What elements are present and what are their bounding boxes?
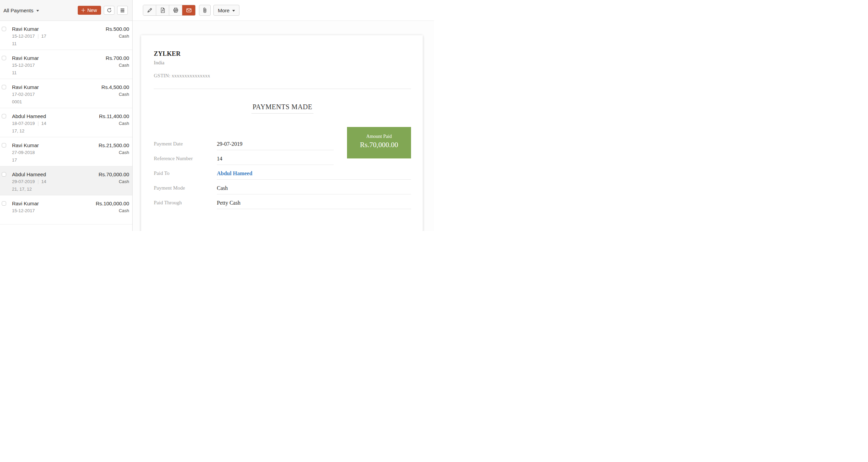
payee-name: Ravi Kumar <box>12 142 39 149</box>
payments-sidebar: All Payments New <box>0 0 133 231</box>
bill-numbers: 21, 17, 12 <box>12 187 129 192</box>
more-button[interactable]: More <box>213 5 239 16</box>
pdf-file-icon <box>160 7 166 13</box>
payment-mode: Cash <box>119 63 129 68</box>
payee-name: Abdul Hameed <box>12 113 46 119</box>
payee-name: Ravi Kumar <box>12 200 39 207</box>
pdf-button[interactable] <box>156 5 169 15</box>
row-checkbox[interactable] <box>2 85 6 89</box>
payment-ref: 14 <box>41 121 46 126</box>
bill-numbers: 17, 12 <box>12 128 129 134</box>
payment-amount: Rs.500.00 <box>106 26 129 32</box>
row-checkbox[interactable] <box>2 201 6 206</box>
divider <box>38 180 38 184</box>
payment-amount: Rs.4,500.00 <box>101 84 129 90</box>
payments-filter-label: All Payments <box>3 8 34 13</box>
document-title: PAYMENTS MADE <box>251 103 313 114</box>
payment-mode: Cash <box>119 150 129 155</box>
row-checkbox[interactable] <box>2 172 6 177</box>
paperclip-icon <box>202 7 208 13</box>
field-label: Paid Through <box>154 200 217 206</box>
payment-mode: Cash <box>119 34 129 39</box>
row-checkbox[interactable] <box>2 27 6 31</box>
payment-amount: Rs.21,500.00 <box>99 142 129 149</box>
refresh-button[interactable] <box>104 6 114 15</box>
payment-list-item[interactable]: Ravi Kumar Rs.700.00 15-12-2017 Cash 11 <box>0 50 132 79</box>
document-canvas: Amount Paid Rs.70,000.00 ZYLKER India GS… <box>133 21 434 231</box>
company-name: ZYLKER <box>154 50 411 57</box>
attach-file-button[interactable] <box>199 5 211 16</box>
payment-amount: Rs.11,400.00 <box>99 113 129 119</box>
field-value: 29-07-2019 <box>217 141 334 150</box>
payment-ref: 17 <box>41 34 46 39</box>
payment-amount: Rs.700.00 <box>106 55 129 61</box>
printer-icon <box>173 7 179 13</box>
field-row-paid-to: Paid To Abdul Hameed <box>154 170 411 180</box>
payment-document: Amount Paid Rs.70,000.00 ZYLKER India GS… <box>141 35 423 231</box>
payment-amount: Rs.100,000.00 <box>96 200 129 207</box>
print-button[interactable] <box>169 5 182 15</box>
field-row-payment-mode: Payment Mode Cash <box>154 185 411 194</box>
sidebar-actions: New <box>78 6 128 15</box>
chevron-down-icon <box>232 10 235 12</box>
amount-paid-value: Rs.70,000.00 <box>347 141 411 149</box>
payee-name: Abdul Hameed <box>12 171 46 178</box>
header-divider <box>154 89 411 89</box>
payment-mode: Cash <box>119 121 129 126</box>
payment-list-item[interactable]: Ravi Kumar Rs.100,000.00 15-12-2017 Cash <box>0 195 132 224</box>
payment-list-item-selected[interactable]: Abdul Hameed Rs.70,000.00 29-07-2019 14 … <box>0 166 132 195</box>
payment-list-item[interactable]: Ravi Kumar Rs.21,500.00 27-09-2018 Cash … <box>0 137 132 166</box>
bill-numbers: 0001 <box>12 99 129 105</box>
more-button-label: More <box>218 8 230 13</box>
field-label: Paid To <box>154 170 217 177</box>
payment-date: 18-07-2019 <box>12 121 35 126</box>
field-label: Payment Mode <box>154 185 217 191</box>
payment-mode: Cash <box>119 208 129 214</box>
bill-numbers: 17 <box>12 157 129 163</box>
payee-name: Ravi Kumar <box>12 26 39 32</box>
company-country: India <box>154 60 411 66</box>
payment-date: 27-09-2018 <box>12 150 35 155</box>
bill-numbers: 11 <box>12 41 129 47</box>
payment-list-item[interactable]: Abdul Hameed Rs.11,400.00 18-07-2019 14 … <box>0 108 132 137</box>
payment-list-item[interactable]: Ravi Kumar Rs.500.00 15-12-2017 17 Cash … <box>0 21 132 50</box>
row-checkbox[interactable] <box>2 143 6 147</box>
payment-date: 17-02-2017 <box>12 92 35 97</box>
company-gstin: GSTIN: xxxxxxxxxxxxxxx <box>154 73 411 79</box>
payment-date: 29-07-2019 <box>12 179 35 184</box>
row-checkbox[interactable] <box>2 56 6 60</box>
edit-button[interactable] <box>143 5 156 15</box>
payment-date: 15-12-2017 <box>12 63 35 68</box>
field-label: Payment Date <box>154 141 217 147</box>
plus-icon <box>81 8 86 13</box>
row-checkbox[interactable] <box>2 114 6 118</box>
payments-filter-dropdown[interactable]: All Payments <box>3 8 39 13</box>
payment-detail-panel: More Amount Paid Rs.70,000.00 ZYLKER Ind… <box>133 0 434 231</box>
mail-icon <box>186 7 192 13</box>
field-value: Cash <box>217 185 411 194</box>
paid-to-link[interactable]: Abdul Hameed <box>217 170 411 180</box>
divider <box>38 34 38 39</box>
field-value: 14 <box>217 155 334 165</box>
new-button-label: New <box>87 8 97 13</box>
detail-toolbar: More <box>133 0 434 21</box>
payments-list: Ravi Kumar Rs.500.00 15-12-2017 17 Cash … <box>0 21 132 231</box>
amount-paid-box: Amount Paid Rs.70,000.00 <box>347 127 411 158</box>
pencil-icon <box>147 7 153 13</box>
bill-numbers: 11 <box>12 70 129 76</box>
chevron-down-icon <box>36 10 39 12</box>
refresh-icon <box>107 8 112 13</box>
payment-list-item[interactable]: Ravi Kumar Rs.4,500.00 17-02-2017 Cash 0… <box>0 79 132 108</box>
payment-date: 15-12-2017 <box>12 34 35 39</box>
divider <box>38 121 38 126</box>
field-label: Reference Number <box>154 155 217 162</box>
field-value: Petty Cash <box>217 200 411 209</box>
list-menu-button[interactable] <box>117 6 128 15</box>
field-row-paid-through: Paid Through Petty Cash <box>154 200 411 209</box>
payment-ref: 14 <box>41 179 46 184</box>
payments-app: All Payments New <box>0 0 434 231</box>
hamburger-icon <box>120 8 125 13</box>
new-payment-button[interactable]: New <box>78 6 101 15</box>
payee-name: Ravi Kumar <box>12 84 39 90</box>
email-button[interactable] <box>182 5 195 15</box>
